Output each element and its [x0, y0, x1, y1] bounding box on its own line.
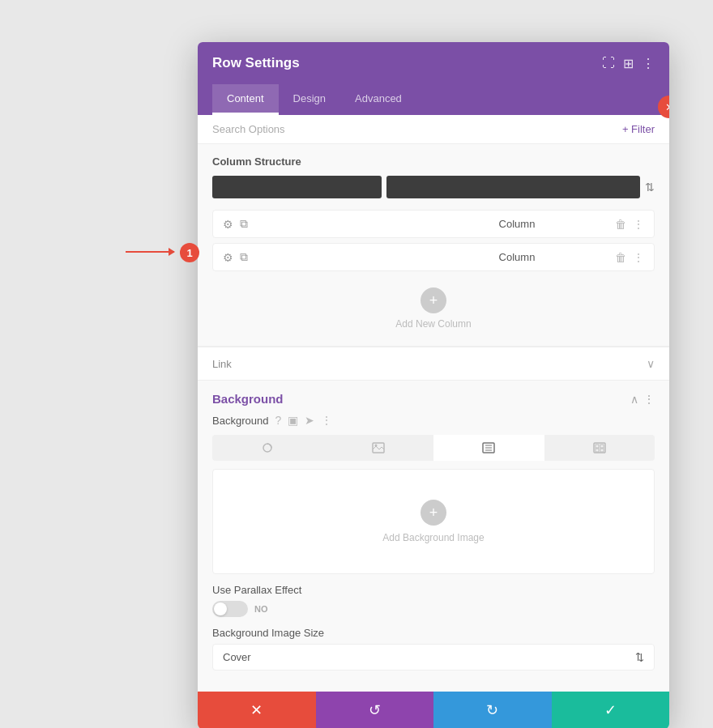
background-controls-row: Background ? ▣ ➤ ⋮: [212, 414, 655, 427]
svg-rect-8: [596, 445, 599, 448]
parallax-toggle-row: NO: [212, 601, 655, 617]
add-bg-image-label: Add Background Image: [382, 532, 484, 543]
search-bar: Search Options + Filter: [198, 115, 669, 144]
svg-rect-9: [600, 445, 604, 448]
header-icons: ⛶ ⊞ ⋮: [602, 56, 655, 71]
column-label-1: Column: [419, 218, 615, 230]
background-size-label: Background Image Size: [212, 627, 655, 639]
copy-icon-col2[interactable]: ⧉: [240, 250, 248, 264]
column-structure-section: Column Structure ⇅: [198, 144, 669, 210]
more-icon[interactable]: ⋮: [642, 56, 655, 71]
modal-header: Row Settings ⛶ ⊞ ⋮: [198, 42, 669, 84]
tab-design[interactable]: Design: [279, 84, 340, 115]
tab-advanced[interactable]: Advanced: [340, 84, 416, 115]
save-icon: ✓: [604, 701, 617, 719]
redo-icon: ↻: [486, 701, 498, 719]
cancel-button[interactable]: ✕: [198, 692, 316, 728]
cancel-icon: ✕: [250, 701, 263, 719]
background-size-value: Cover: [223, 651, 251, 663]
trash-icon-col2[interactable]: 🗑: [615, 251, 626, 264]
help-icon[interactable]: ?: [275, 414, 281, 427]
bg-tab-image[interactable]: [323, 435, 434, 461]
filter-button[interactable]: + Filter: [622, 123, 655, 135]
column-row-1-actions: 🗑 ⋮: [615, 218, 644, 231]
background-section-header: Background ∧ ⋮: [212, 392, 655, 406]
add-column-label: Add New Column: [395, 318, 471, 330]
settings-icon-col1[interactable]: ⚙: [223, 218, 233, 231]
more-ctrl-icon[interactable]: ⋮: [321, 414, 332, 427]
modal-title: Row Settings: [212, 55, 300, 71]
columns-list: ⚙ ⧉ Column 🗑 ⋮ ⚙ ⧉ Column 🗑 ⋮: [198, 210, 669, 346]
column-label-2: Column: [419, 251, 615, 263]
column-structure-title: Column Structure: [212, 155, 655, 168]
arrow-indicator: [126, 251, 174, 253]
step-badge: 1: [180, 243, 199, 262]
cursor-icon[interactable]: ➤: [305, 414, 314, 427]
svg-point-2: [374, 445, 377, 447]
tab-content[interactable]: Content: [212, 84, 279, 115]
save-button[interactable]: ✓: [552, 692, 670, 728]
background-controls-label: Background: [212, 415, 268, 427]
search-placeholder: Search Options: [212, 123, 285, 135]
add-column-button[interactable]: + Add New Column: [212, 276, 655, 341]
bg-tab-gradient[interactable]: [433, 435, 544, 461]
chevron-down-icon: ∨: [647, 357, 655, 370]
add-column-icon: +: [421, 287, 446, 313]
background-title: Background: [212, 392, 284, 406]
settings-icon-col2[interactable]: ⚙: [223, 251, 233, 264]
link-row[interactable]: Link ∨: [198, 347, 669, 381]
redo-button[interactable]: ↻: [433, 692, 552, 728]
col-bar-1: [212, 176, 382, 198]
parallax-label: Use Parallax Effect: [212, 584, 655, 596]
column-structure-dropdown-icon[interactable]: ⇅: [645, 181, 655, 194]
modal-body: Search Options + Filter Column Structure…: [198, 115, 669, 692]
column-row-1: ⚙ ⧉ Column 🗑 ⋮: [212, 210, 655, 238]
toggle-text: NO: [254, 604, 268, 614]
toggle-knob: [214, 602, 227, 615]
column-row-2: ⚙ ⧉ Column 🗑 ⋮: [212, 243, 655, 271]
col-bar-2: [386, 176, 640, 198]
parallax-section: Use Parallax Effect NO: [212, 584, 655, 617]
svg-rect-10: [596, 449, 599, 452]
more-icon-col1[interactable]: ⋮: [633, 218, 644, 231]
modal-tabs: Content Design Advanced: [198, 84, 669, 115]
fullscreen-icon[interactable]: ⛶: [602, 56, 615, 70]
background-image-area[interactable]: + Add Background Image: [212, 469, 655, 574]
background-header-icons: ∧ ⋮: [630, 393, 655, 406]
reset-button[interactable]: ↺: [316, 692, 434, 728]
background-type-tabs: [212, 435, 655, 461]
column-row-1-icons: ⚙ ⧉: [223, 217, 419, 231]
background-section: Background ∧ ⋮ Background ? ▣ ➤ ⋮: [198, 381, 669, 692]
more-icon-col2[interactable]: ⋮: [633, 251, 644, 264]
column-row-2-actions: 🗑 ⋮: [615, 251, 644, 264]
parallax-toggle[interactable]: [212, 601, 248, 617]
background-size-select[interactable]: Cover ⇅: [212, 644, 655, 671]
color-picker-icon[interactable]: ▣: [288, 414, 298, 427]
modal-footer: ✕ ↺ ↻ ✓: [198, 692, 669, 728]
column-structure-selector[interactable]: ⇅: [212, 176, 655, 198]
add-bg-image-icon: +: [421, 500, 446, 526]
more-bg-icon[interactable]: ⋮: [643, 393, 655, 406]
svg-rect-11: [600, 449, 604, 452]
copy-icon-col1[interactable]: ⧉: [240, 217, 248, 231]
link-label: Link: [212, 358, 232, 370]
columns-icon[interactable]: ⊞: [623, 56, 634, 71]
bg-tab-pattern[interactable]: [544, 435, 655, 461]
collapse-icon[interactable]: ∧: [630, 393, 638, 406]
bg-tab-color[interactable]: [212, 435, 323, 461]
reset-icon: ↺: [369, 701, 381, 719]
select-arrows-icon: ⇅: [635, 651, 644, 663]
column-row-2-icons: ⚙ ⧉: [223, 250, 419, 264]
trash-icon-col1[interactable]: 🗑: [615, 218, 626, 231]
background-size-section: Background Image Size Cover ⇅: [212, 627, 655, 671]
row-settings-modal: ✕ Row Settings ⛶ ⊞ ⋮ Content Design Adva…: [198, 42, 669, 728]
